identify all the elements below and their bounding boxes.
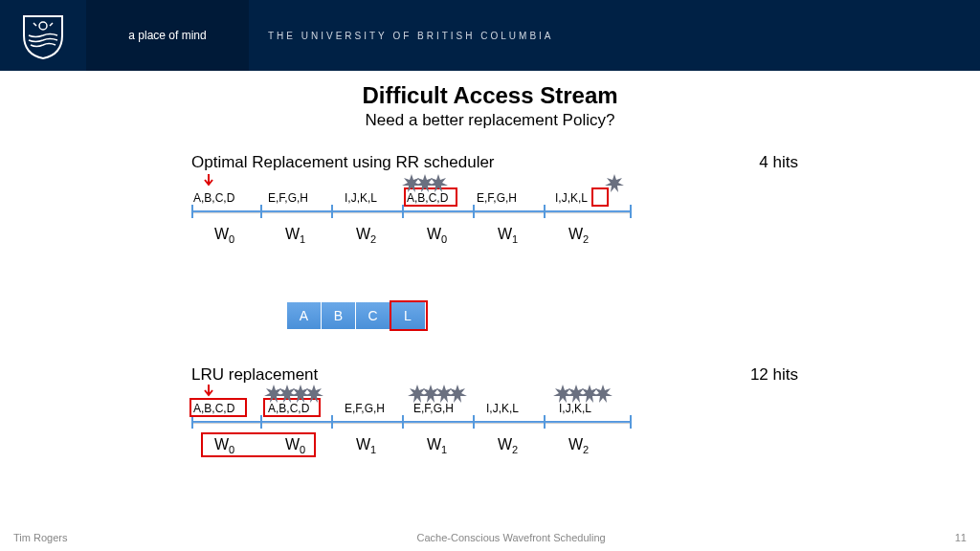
access-group: E,F,G,H (477, 191, 517, 205)
section-optimal-hits: 4 hits (759, 153, 798, 172)
cache-cell: C (356, 302, 390, 329)
w-label: W0 (214, 436, 234, 455)
w-label: W0 (427, 226, 447, 245)
access-group: A,B,C,D (193, 191, 234, 205)
w-label: W2 (356, 226, 376, 245)
access-group: E,F,G,H (268, 191, 308, 205)
tagline: a place of mind (86, 0, 249, 71)
w-label: W2 (568, 436, 589, 455)
starburst-icon (448, 385, 467, 404)
w-label: W2 (498, 436, 518, 455)
w-label: W2 (568, 226, 589, 245)
w-label: W1 (498, 226, 518, 245)
access-group: I,J,K,L (559, 402, 591, 415)
access-group: E,F,G,H (413, 402, 454, 415)
university-name: THE UNIVERSITY OF BRITISH COLUMBIA (249, 0, 980, 71)
access-group: I,J,K,L (486, 402, 519, 415)
w-label: W0 (214, 226, 234, 245)
slide-subtitle: Need a better replacement Policy? (0, 111, 980, 130)
section-lru-hits: 12 hits (750, 365, 798, 385)
access-group: I,J,K,L (345, 191, 377, 205)
section-lru-label: LRU replacement (191, 365, 804, 385)
svg-marker-8 (304, 385, 323, 403)
timeline-optimal: A,B,C,D E,F,G,H I,J,K,L A,B,C,D E,F,G,H … (191, 189, 641, 247)
header-bar: a place of mind THE UNIVERSITY OF BRITIS… (0, 0, 980, 71)
starburst-icon (304, 385, 323, 404)
slide-title: Difficult Access Stream (0, 82, 980, 109)
section-lru: LRU replacement (191, 365, 804, 385)
highlight-box (189, 398, 247, 417)
w-label: W0 (285, 436, 305, 455)
cache-highlight (390, 300, 428, 331)
svg-marker-4 (605, 174, 624, 192)
section-optimal: Optimal Replacement using RR scheduler (191, 153, 804, 172)
footer: Tim Rogers Cache-Conscious Wavefront Sch… (0, 532, 980, 543)
section-optimal-label: Optimal Replacement using RR scheduler (191, 153, 804, 172)
w-label: W1 (356, 436, 376, 455)
access-group: E,F,G,H (345, 402, 385, 415)
starburst-icon (429, 174, 448, 193)
access-group: I,J,K,L (555, 191, 588, 205)
svg-marker-12 (448, 385, 467, 403)
cache-cell: B (322, 302, 356, 329)
footer-page: 11 (955, 532, 967, 543)
ubc-logo (0, 0, 86, 71)
starburst-icon (593, 385, 612, 404)
w-label: W1 (285, 226, 305, 245)
starburst-icon (605, 174, 624, 193)
timeline-lru: A,B,C,D A,B,C,D E,F,G,H E,F,G,H I,J,K,L … (191, 400, 641, 457)
cache-cell: A (287, 302, 322, 329)
svg-marker-3 (429, 174, 448, 192)
arrow-icon (201, 172, 216, 191)
svg-marker-16 (593, 385, 612, 403)
w-label: W1 (427, 436, 447, 455)
footer-author: Tim Rogers (13, 532, 67, 543)
svg-point-0 (39, 22, 47, 30)
footer-title: Cache-Conscious Wavefront Scheduling (417, 532, 606, 543)
ubc-shield-icon (19, 11, 67, 59)
